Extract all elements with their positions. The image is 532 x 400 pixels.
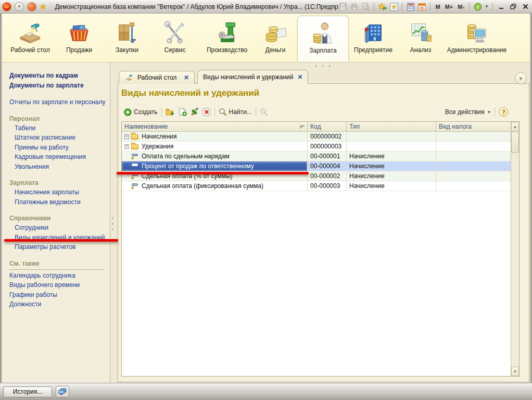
expand-plus-icon[interactable]: +: [124, 134, 129, 139]
sidebar-item-work-schedules[interactable]: Графики работы: [9, 290, 110, 300]
salary-icon: [311, 20, 335, 45]
toolbar-right: Все действия ▼ ?: [445, 106, 508, 118]
minimize-button[interactable]: [497, 3, 506, 11]
save-icon[interactable]: [338, 2, 347, 11]
app-window: 1С ▼ ★ Демонстрационная база компании "В…: [0, 0, 532, 400]
calculator-icon[interactable]: [406, 2, 415, 11]
svg-text:31: 31: [420, 6, 424, 10]
ribbon-section-desktop[interactable]: Рабочий стол: [7, 16, 53, 62]
folder-icon: [131, 134, 138, 140]
desktop-icon: [18, 20, 42, 45]
column-header-name[interactable]: Наименование: [122, 122, 308, 131]
scroll-up-icon[interactable]: ▲: [511, 122, 519, 131]
sidebar-item-staffing[interactable]: Штатное расписание: [9, 133, 110, 143]
sidebar-item-positions[interactable]: Должности: [9, 299, 110, 309]
find-label: Найти...: [229, 108, 252, 116]
sidebar-item-hiring[interactable]: Приемы на работу: [9, 143, 110, 153]
vertical-scrollbar[interactable]: ▲ ▼: [511, 122, 519, 376]
scrollbar-thumb[interactable]: [511, 132, 519, 153]
sidebar-item-documents-salary[interactable]: Документы по зарплате: [9, 81, 110, 91]
table-row[interactable]: Сдельная оплата (фиксированная сумма) 00…: [122, 181, 519, 191]
sidebar-item-work-time-types[interactable]: Виды рабочего времени: [9, 280, 110, 290]
title-bar: 1С ▼ ★ Демонстрационная база компании "В…: [0, 0, 532, 14]
history-label: История...: [13, 388, 43, 395]
sidebar-item-timesheets[interactable]: Табели: [9, 123, 110, 133]
ribbon-section-salary[interactable]: Зарплата: [297, 16, 349, 62]
ribbon-label: Администрирование: [447, 47, 506, 54]
sidebar-item-payslips[interactable]: Платежные ведомости: [9, 197, 110, 207]
ribbon-section-sales[interactable]: Продажи: [55, 16, 103, 62]
production-icon: [215, 20, 239, 45]
memory-m-minus-button[interactable]: M-: [457, 4, 465, 10]
info-icon[interactable]: i: [473, 2, 482, 11]
chevron-down-icon: ▼: [487, 110, 491, 115]
close-button[interactable]: [521, 3, 530, 11]
favorites-list-icon[interactable]: [389, 2, 398, 11]
column-header-code[interactable]: Код: [308, 122, 347, 131]
ribbon-splitter-grip[interactable]: [315, 65, 331, 67]
help-button[interactable]: ?: [499, 107, 508, 117]
favorites-star-icon[interactable]: ★: [40, 3, 46, 10]
preview-icon[interactable]: [361, 2, 370, 11]
column-header-type[interactable]: Тип: [347, 122, 436, 131]
table-row[interactable]: Оплата по сдельным нарядам 00-000001 Нач…: [122, 152, 519, 161]
analysis-icon: [409, 20, 433, 45]
table-row[interactable]: +Удержания 000000003: [122, 142, 519, 152]
sidebar-group-see-also: См. также: [9, 259, 104, 270]
tab-close-icon[interactable]: ✕: [297, 73, 302, 81]
history-button[interactable]: История...: [3, 386, 52, 397]
memory-m-plus-button[interactable]: M+: [444, 4, 454, 10]
tab-label: Рабочий стол: [137, 74, 176, 81]
info-dropdown-icon[interactable]: ▼: [485, 4, 489, 9]
ribbon-section-purchases[interactable]: Закупки: [104, 16, 150, 62]
all-actions-button[interactable]: Все действия ▼: [445, 108, 491, 116]
add-favorite-icon[interactable]: [378, 2, 387, 11]
edit-button[interactable]: [191, 108, 199, 116]
calendar-icon[interactable]: 31: [417, 2, 426, 11]
sidebar-item-calc-params[interactable]: Параметры расчетов: [9, 242, 110, 252]
open-windows-dropdown-button[interactable]: ▼: [515, 72, 527, 84]
ribbon-section-enterprise[interactable]: Предприятие: [350, 16, 397, 62]
ribbon-section-administration[interactable]: Администрирование: [445, 16, 509, 62]
restore-button[interactable]: [509, 3, 518, 11]
sidebar-item-dismissals[interactable]: Увольнения: [9, 162, 110, 172]
tab-desktop[interactable]: Рабочий стол ✕: [119, 71, 195, 84]
window-title: Демонстрационная база компании "Ветерок"…: [55, 3, 338, 10]
sidebar-splitter-grip[interactable]: [112, 217, 114, 230]
sidebar-item-transfers[interactable]: Кадровые перемещения: [9, 152, 110, 162]
expand-plus-icon[interactable]: +: [124, 144, 129, 149]
delete-button[interactable]: [202, 108, 211, 116]
1c-logo-icon: 1С: [2, 2, 11, 11]
copy-item-button[interactable]: [179, 108, 187, 116]
tab-close-icon[interactable]: ✕: [184, 74, 189, 81]
ribbon-label: Зарплата: [309, 47, 337, 54]
ribbon-label: Анализ: [410, 47, 432, 54]
ribbon-section-production[interactable]: Производство: [199, 16, 255, 62]
annotation-underline-sidebar: [4, 239, 118, 242]
ribbon-section-service[interactable]: Сервис: [152, 16, 198, 62]
sidebar-item-payroll[interactable]: Начисления зарплаты: [9, 188, 110, 197]
main-menu-button[interactable]: ▼: [15, 2, 24, 11]
performance-indicator-button[interactable]: [56, 386, 69, 397]
ribbon-section-money[interactable]: Деньги: [256, 16, 295, 62]
memory-m-button[interactable]: M: [434, 4, 441, 10]
table-row[interactable]: +Начисления 000000002: [122, 132, 519, 142]
print-icon[interactable]: [350, 2, 359, 11]
column-header-tax[interactable]: Вид налога: [436, 122, 512, 131]
home-button[interactable]: [27, 2, 36, 11]
scroll-down-icon[interactable]: ▼: [511, 367, 519, 376]
table-row-selected[interactable]: Процент от продаж по ответственному 00-0…: [122, 161, 519, 171]
sidebar-item-documents-hr[interactable]: Документы по кадрам: [9, 71, 110, 81]
tab-accrual-types[interactable]: Виды начислений и удержаний ✕: [197, 70, 308, 84]
find-button[interactable]: Найти...: [219, 108, 252, 116]
ribbon-label: Закупки: [116, 47, 138, 54]
svg-text:i: i: [477, 4, 478, 10]
ribbon-section-analysis[interactable]: Анализ: [398, 16, 444, 62]
sidebar-item-employee-calendar[interactable]: Календарь сотрудника: [9, 271, 110, 281]
sidebar-item-reports[interactable]: Отчеты по зарплате и персоналу: [9, 97, 110, 107]
cancel-search-button[interactable]: [260, 108, 268, 116]
list-toolbar: Создать Найти...: [124, 106, 268, 118]
sidebar-item-employees[interactable]: Сотрудники: [9, 223, 110, 233]
create-button[interactable]: Создать: [124, 108, 158, 116]
create-group-button[interactable]: [166, 108, 175, 116]
